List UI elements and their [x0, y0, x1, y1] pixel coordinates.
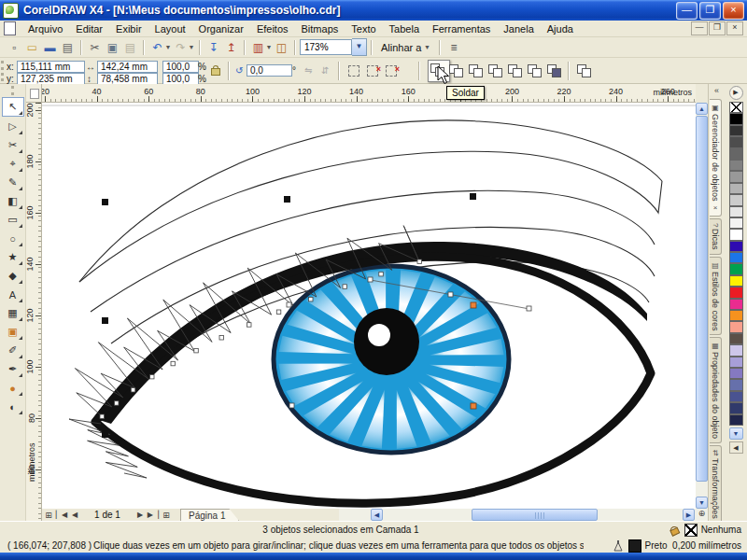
- menu-bitmaps[interactable]: Bitmaps: [295, 21, 345, 36]
- color-swatch[interactable]: [729, 368, 743, 379]
- docker-tab-dicas[interactable]: ?Dicas: [710, 218, 722, 255]
- color-swatch[interactable]: [729, 125, 743, 136]
- docker-tab-estilos-de-cores[interactable]: ▤Estilos de cores: [710, 257, 722, 336]
- scroll-left-button[interactable]: ◀: [371, 509, 383, 521]
- add-page-icon[interactable]: ⊞: [160, 511, 173, 520]
- ruler-origin[interactable]: [26, 84, 42, 103]
- outline-color-swatch[interactable]: [628, 539, 641, 553]
- application-launcher-dropdown-icon[interactable]: ▼: [265, 44, 273, 50]
- freehand-tool[interactable]: ✎: [3, 174, 23, 191]
- page-tab[interactable]: Página 1: [180, 509, 239, 522]
- selection-handle[interactable]: [470, 193, 476, 200]
- curve-node[interactable]: [379, 272, 384, 276]
- ellipse-tool[interactable]: ○: [3, 230, 23, 247]
- palette-expand-icon[interactable]: ◀: [729, 441, 743, 454]
- fill-tool[interactable]: ●: [3, 379, 23, 397]
- docker-collapse-icon[interactable]: «: [709, 84, 725, 97]
- table-tool[interactable]: ▦: [3, 304, 23, 322]
- selection-handle[interactable]: [102, 199, 108, 205]
- color-swatch[interactable]: [729, 299, 743, 310]
- intersect-icon[interactable]: [467, 62, 484, 78]
- paste-icon[interactable]: ▤: [121, 39, 139, 56]
- pick-tool[interactable]: ↖: [2, 97, 24, 117]
- doc-restore-button[interactable]: ❐: [709, 21, 726, 35]
- crop-tool[interactable]: ✂: [3, 136, 23, 154]
- color-swatch[interactable]: [729, 414, 743, 426]
- docker-tab-propriedades-do-objeto[interactable]: ▦Propriedades do objeto: [710, 337, 722, 443]
- options-icon[interactable]: ≡: [444, 39, 462, 56]
- menu-organizar[interactable]: Organizar: [192, 21, 250, 36]
- curve-node[interactable]: [194, 348, 199, 353]
- curve-node[interactable]: [276, 310, 281, 315]
- undo-dropdown-icon[interactable]: ▼: [164, 44, 172, 50]
- color-swatch[interactable]: [729, 310, 743, 321]
- doc-close-button[interactable]: ×: [726, 21, 743, 35]
- color-swatch[interactable]: [729, 391, 743, 402]
- curve-node[interactable]: [115, 401, 120, 406]
- color-swatch[interactable]: [729, 357, 743, 368]
- mirror-vertical-icon[interactable]: ⇵: [321, 65, 329, 76]
- scroll-down-button[interactable]: ▼: [696, 497, 708, 509]
- h-scroll-thumb[interactable]: [472, 509, 598, 521]
- color-swatch[interactable]: [729, 402, 743, 413]
- color-swatch[interactable]: [729, 217, 743, 229]
- mirror-horizontal-icon[interactable]: ⇋: [304, 65, 312, 76]
- color-swatch[interactable]: [729, 171, 743, 182]
- outline-pen-tool[interactable]: ✒: [3, 360, 23, 378]
- zoom-region-icon[interactable]: ⊕: [696, 509, 708, 521]
- curve-node[interactable]: [219, 336, 224, 341]
- minimize-button[interactable]: —: [676, 2, 698, 20]
- close-button[interactable]: ×: [723, 2, 744, 20]
- shape-tool[interactable]: ▷: [3, 118, 23, 135]
- break-apart-icon[interactable]: ×: [364, 62, 381, 78]
- fill-none-swatch[interactable]: [684, 524, 698, 537]
- width-field[interactable]: 142,24 mm: [97, 61, 158, 73]
- import-icon[interactable]: ↧: [204, 39, 222, 56]
- docker-tab-transforma-es[interactable]: ⇄Transformações: [710, 445, 722, 523]
- palette-scroll-down-icon[interactable]: ▼: [729, 427, 743, 440]
- export-icon[interactable]: ↥: [222, 39, 240, 56]
- curve-node[interactable]: [343, 285, 347, 289]
- selection-handle[interactable]: [102, 317, 108, 324]
- close-icon[interactable]: ×: [712, 203, 720, 212]
- horizontal-scrollbar[interactable]: ◀ ▶ ⊕: [339, 509, 708, 521]
- menu-janela[interactable]: Janela: [497, 21, 540, 36]
- next-page-button[interactable]: ▶: [134, 511, 147, 519]
- document-icon[interactable]: [4, 21, 16, 35]
- drawing-canvas[interactable]: [42, 103, 696, 509]
- curve-node[interactable]: [131, 388, 135, 393]
- combine-icon[interactable]: [345, 62, 362, 78]
- interactive-fill-tool[interactable]: ◐: [3, 398, 23, 415]
- polygon-tool[interactable]: ★: [3, 248, 23, 266]
- menu-tabela[interactable]: Tabela: [383, 21, 426, 36]
- menu-ferramentas[interactable]: Ferramentas: [426, 21, 497, 36]
- v-scroll-thumb[interactable]: [696, 116, 708, 482]
- x-position-field[interactable]: 115,111 mm: [17, 61, 85, 73]
- color-swatch[interactable]: [729, 183, 743, 194]
- doc-minimize-button[interactable]: —: [691, 21, 708, 35]
- scale-h-field[interactable]: 100,0: [162, 61, 199, 73]
- curve-node[interactable]: [171, 361, 176, 366]
- color-swatch[interactable]: [729, 344, 743, 356]
- palette-flyout-icon[interactable]: ▶: [729, 86, 743, 100]
- back-minus-front-icon[interactable]: [526, 62, 543, 78]
- color-swatch[interactable]: [729, 333, 743, 344]
- ungroup-icon[interactable]: ×: [383, 62, 400, 78]
- menu-efeitos[interactable]: Efeitos: [250, 21, 295, 36]
- cut-icon[interactable]: ✂: [86, 39, 104, 56]
- zoom-level-input[interactable]: 173%: [300, 39, 352, 55]
- menu-layout[interactable]: Layout: [148, 21, 192, 36]
- copy-icon[interactable]: ▣: [104, 39, 121, 56]
- selection-handle[interactable]: [102, 431, 108, 438]
- color-swatch[interactable]: [729, 148, 743, 160]
- last-page-button[interactable]: ▶▕: [147, 511, 160, 519]
- color-swatch[interactable]: [729, 194, 743, 205]
- color-swatch[interactable]: [729, 252, 743, 263]
- redo-dropdown-icon[interactable]: ▼: [188, 44, 195, 50]
- simplify-icon[interactable]: [486, 62, 503, 78]
- smart-fill-tool[interactable]: ◧: [3, 192, 23, 210]
- color-swatch[interactable]: [729, 206, 743, 217]
- color-swatch[interactable]: [729, 229, 743, 240]
- align-to-button[interactable]: Alinhar a▼: [376, 40, 435, 55]
- prev-page-button[interactable]: ◀: [68, 511, 81, 519]
